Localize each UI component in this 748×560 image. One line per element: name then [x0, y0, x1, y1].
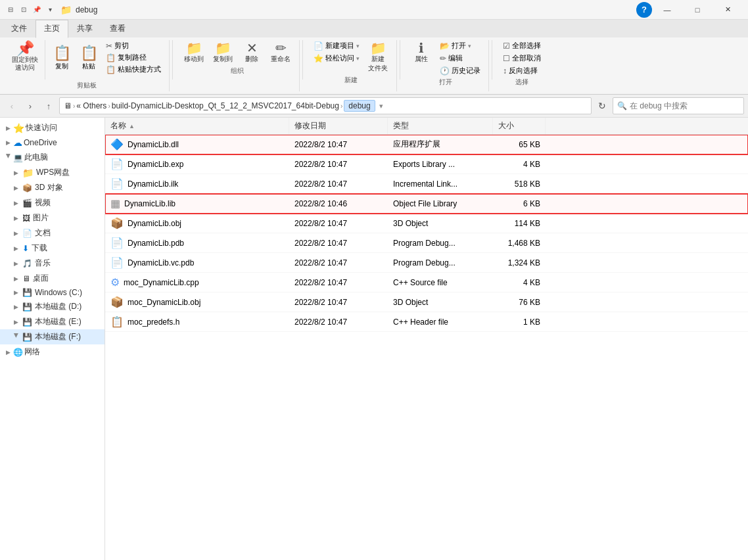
copy-to-button[interactable]: 📁 复制到: [210, 40, 236, 65]
table-row[interactable]: 📋 moc_predefs.h 2022/8/2 10:47 C++ Heade…: [105, 312, 748, 332]
sidebar-item-documents[interactable]: ▶ 📄 文档: [0, 225, 105, 241]
up-button[interactable]: ↑: [41, 98, 57, 114]
sidebar-item-desktop[interactable]: ▶ 🖥 桌面: [0, 271, 105, 286]
table-row[interactable]: 📦 moc_DynamicLib.obj 2022/8/2 10:47 3D O…: [105, 292, 748, 312]
col-header-size[interactable]: 大小: [493, 118, 546, 134]
table-row[interactable]: 📦 DynamicLib.obj 2022/8/2 10:47 3D Objec…: [105, 214, 748, 233]
file-type: C++ Source file: [388, 275, 493, 291]
video-icon: 🎬: [22, 198, 32, 208]
select-all-button[interactable]: ☑ 全部选择: [500, 40, 544, 51]
file-name: DynamicLib.obj: [128, 219, 181, 228]
open-arrow: ▾: [468, 43, 471, 49]
col-header-name[interactable]: 名称 ▲: [105, 118, 289, 134]
table-row[interactable]: 📄 DynamicLib.vc.pdb 2022/8/2 10:47 Progr…: [105, 253, 748, 273]
tab-file[interactable]: 文件: [3, 20, 35, 37]
file-size: 4 KB: [493, 275, 546, 291]
tab-share[interactable]: 共享: [68, 20, 101, 37]
properties-label: 属性: [415, 55, 428, 64]
help-button[interactable]: ?: [636, 2, 652, 18]
new-folder-icon: 📁: [370, 41, 386, 55]
table-row[interactable]: 📄 DynamicLib.pdb 2022/8/2 10:47 Program …: [105, 233, 748, 253]
history-button[interactable]: 🕐 历史记录: [437, 65, 483, 76]
new-item-label: 新建项目: [325, 41, 354, 51]
refresh-button[interactable]: ↻: [594, 98, 610, 114]
pin-icon-small: 📌: [32, 5, 42, 15]
breadcrumb-bar[interactable]: 🖥 › « Others › build-DynamicLib-Desktop_…: [59, 97, 592, 114]
copy-button[interactable]: 📋 复制: [49, 43, 74, 72]
sidebar-item-downloads[interactable]: ▶ ⬇ 下载: [0, 241, 105, 256]
col-header-type[interactable]: 类型: [388, 118, 493, 134]
properties-button[interactable]: ℹ 属性: [408, 40, 434, 65]
search-icon: 🔍: [617, 101, 627, 110]
expand-icon-video: ▶: [12, 199, 20, 207]
deselect-all-icon: ☐: [503, 54, 510, 63]
copy-path-button[interactable]: 📋 复制路径: [103, 52, 164, 63]
move-to-button[interactable]: 📁 移动到: [181, 40, 207, 65]
tab-view[interactable]: 查看: [101, 20, 134, 37]
maximize-button[interactable]: □: [682, 0, 713, 20]
easy-access-icon: ⭐: [314, 54, 323, 63]
back-button[interactable]: ‹: [4, 98, 20, 114]
file-size: 65 KB: [493, 137, 546, 152]
select-small-buttons: ☑ 全部选择 ☐ 全部取消 ↕ 反向选择: [500, 40, 544, 76]
sidebar-item-wps[interactable]: ▶ 📁 WPS网盘: [0, 165, 105, 180]
sidebar-item-onedrive[interactable]: ▶ ☁ OneDrive: [0, 135, 105, 150]
file-list-area: 名称 ▲ 修改日期 类型 大小 🔷 DynamicLib.dll 2022/8/…: [105, 118, 748, 560]
easy-access-button[interactable]: ⭐ 轻松访问 ▾: [311, 53, 362, 64]
sidebar-item-music[interactable]: ▶ 🎵 音乐: [0, 256, 105, 271]
paste-button[interactable]: 📋 粘贴: [76, 43, 101, 72]
new-folder-label: 新建文件夹: [368, 55, 388, 73]
minimize-button[interactable]: —: [652, 0, 682, 20]
open-button[interactable]: 📂 打开 ▾: [437, 40, 483, 51]
file-size: 518 KB: [493, 176, 546, 192]
organize-label: 组织: [231, 66, 244, 76]
breadcrumb-dropdown[interactable]: ▾: [379, 102, 383, 110]
file-name: DynamicLib.lib: [124, 199, 175, 208]
search-input[interactable]: [630, 101, 739, 110]
sidebar-item-windows-c[interactable]: ▶ 💾 Windows (C:): [0, 286, 105, 299]
sidebar-item-local-d[interactable]: ▶ 💾 本地磁盘 (D:): [0, 299, 105, 314]
sidebar-item-this-pc[interactable]: ▶ 💻 此电脑: [0, 150, 105, 165]
breadcrumb-build[interactable]: build-DynamicLib-Desktop_Qt_5_12_2_MSVC2…: [112, 101, 339, 110]
new-item-button[interactable]: 📄 新建项目 ▾: [311, 40, 362, 51]
local-d-label: 本地磁盘 (D:): [35, 301, 82, 312]
forward-button[interactable]: ›: [22, 98, 38, 114]
paste-shortcut-button[interactable]: 📋 粘贴快捷方式: [103, 64, 164, 75]
expand-icon-dl: ▶: [12, 245, 20, 252]
table-row[interactable]: 📄 DynamicLib.ilk 2022/8/2 10:47 Incremen…: [105, 174, 748, 194]
sidebar-item-pictures[interactable]: ▶ 🖼 图片: [0, 210, 105, 225]
file-date: 2022/8/2 10:47: [289, 235, 388, 251]
delete-button[interactable]: ✕ 删除: [239, 40, 265, 65]
deselect-all-button[interactable]: ☐ 全部取消: [500, 53, 544, 64]
invert-select-button[interactable]: ↕ 反向选择: [500, 65, 544, 76]
open-small-buttons: 📂 打开 ▾ ✏ 编辑 🕐 历史记录: [437, 40, 483, 76]
new-folder-button[interactable]: 📁 新建文件夹: [365, 40, 391, 74]
sidebar-item-local-e[interactable]: ▶ 💾 本地磁盘 (E:): [0, 314, 105, 329]
cut-button[interactable]: ✂ 剪切: [103, 40, 164, 51]
breadcrumb-debug[interactable]: debug: [344, 100, 375, 112]
tab-home[interactable]: 主页: [35, 20, 68, 38]
file-name-cell: 📄 DynamicLib.exp: [105, 154, 289, 174]
sidebar-item-3d[interactable]: ▶ 📦 3D 对象: [0, 180, 105, 195]
copy-paste-area: 📋 复制 📋 粘贴 ✂ 剪切 📋 复制路径: [49, 40, 164, 75]
file-type: Object File Library: [388, 196, 493, 212]
table-row[interactable]: 📄 DynamicLib.exp 2022/8/2 10:47 Exports …: [105, 154, 748, 174]
col-header-date[interactable]: 修改日期: [289, 118, 388, 134]
table-row[interactable]: ▦ DynamicLib.lib 2022/8/2 10:46 Object F…: [105, 194, 748, 214]
sidebar-item-local-f[interactable]: ▶ 💾 本地磁盘 (F:): [0, 329, 105, 344]
easy-access-label: 轻松访问: [325, 53, 354, 63]
table-row[interactable]: ⚙ moc_DynamicLib.cpp 2022/8/2 10:47 C++ …: [105, 273, 748, 292]
breadcrumb-home: 🖥: [64, 101, 72, 110]
table-row[interactable]: 🔷 DynamicLib.dll 2022/8/2 10:47 应用程序扩展 6…: [105, 135, 748, 154]
file-name-cell: 📦 DynamicLib.obj: [105, 214, 289, 233]
sidebar-item-quick-access[interactable]: ▶ ⭐ 快速访问: [0, 120, 105, 135]
rename-button[interactable]: ✏ 重命名: [268, 40, 294, 65]
close-button[interactable]: ✕: [713, 0, 743, 20]
select-group-content: ☑ 全部选择 ☐ 全部取消 ↕ 反向选择: [500, 40, 544, 76]
edit-button[interactable]: ✏ 编辑: [437, 53, 483, 64]
breadcrumb-others[interactable]: « Others: [76, 101, 106, 110]
pin-to-access-button[interactable]: 📌 固定到快速访问: [9, 40, 41, 73]
sidebar-item-video[interactable]: ▶ 🎬 视频: [0, 195, 105, 210]
sidebar-item-network[interactable]: ▶ 🌐 网络: [0, 344, 105, 360]
file-type: C++ Header file: [388, 314, 493, 330]
